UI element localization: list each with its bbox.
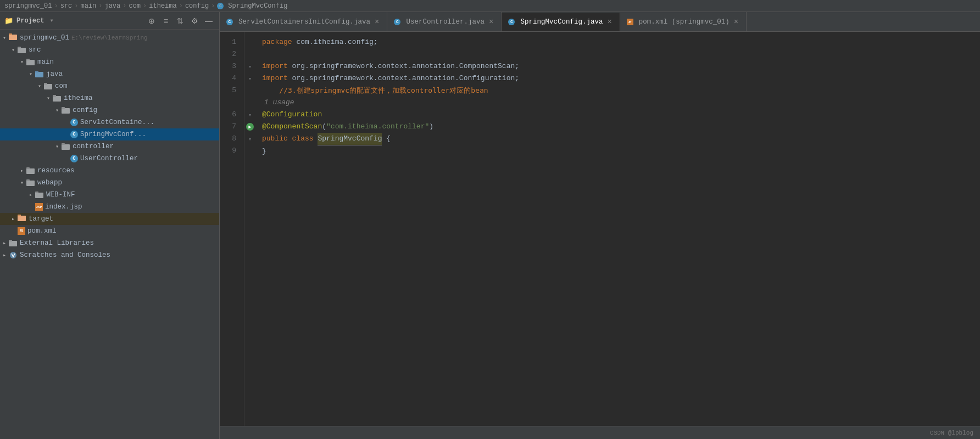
line-number: 1 xyxy=(220,36,240,48)
expand-arrow[interactable] xyxy=(18,59,26,65)
fold-marker[interactable]: ▾ xyxy=(244,109,255,121)
tab-springmvcconfig[interactable]: C SpringMvcConfig.java × xyxy=(502,13,620,32)
svg-rect-13 xyxy=(62,108,70,114)
svg-rect-21 xyxy=(35,193,43,198)
expand-arrow[interactable] xyxy=(0,240,9,246)
tab-close-button[interactable]: × xyxy=(374,18,380,26)
semicolon: ; xyxy=(374,36,378,48)
sidebar: 📁 Project ▾ ⊕ ≡ ⇅ ⚙ — xyxy=(0,12,220,439)
expand-arrow[interactable] xyxy=(26,71,35,77)
tree-item-pomxml[interactable]: m pom.xml xyxy=(0,225,219,237)
tree-item-springmvc01[interactable]: springmvc_01 E:\review\learnSpring xyxy=(0,32,219,44)
tab-pomxml[interactable]: m pom.xml (springmvc_01) × xyxy=(620,12,747,31)
locate-file-button[interactable]: ⊕ xyxy=(146,15,158,27)
breadcrumb-item[interactable]: config xyxy=(185,2,209,10)
item-label: java xyxy=(46,70,63,78)
folder-icon xyxy=(62,143,70,150)
expand-arrow[interactable] xyxy=(9,216,18,222)
breadcrumb-item[interactable]: itheima xyxy=(149,2,176,10)
java-class-icon: C xyxy=(217,3,224,9)
annotation: @ComponentScan xyxy=(262,121,322,133)
expand-arrow[interactable] xyxy=(0,252,9,258)
tab-close-button[interactable]: × xyxy=(733,18,739,26)
tree-item-springmvcconfig[interactable]: C SpringMvcConf... xyxy=(0,128,219,140)
item-label: itheima xyxy=(64,94,93,102)
import-path: org.springframework.context.annotation. xyxy=(292,60,459,72)
breadcrumb-item[interactable]: main xyxy=(80,2,96,10)
tree-item-target[interactable]: target xyxy=(0,213,219,225)
line-number: 7 xyxy=(220,121,240,133)
editor-area: C ServletContainersInitConfig.java × C U… xyxy=(220,12,980,439)
item-label: External Libraries xyxy=(20,239,94,247)
tree-item-external-libs[interactable]: External Libraries xyxy=(0,237,219,249)
svg-rect-26 xyxy=(9,240,12,241)
keyword: import xyxy=(262,60,292,72)
item-label: main xyxy=(37,58,54,66)
close-sidebar-button[interactable]: — xyxy=(203,15,215,27)
tree-item-webinf[interactable]: WEB-INF xyxy=(0,189,219,201)
tab-close-button[interactable]: × xyxy=(606,18,612,26)
tree-item-controller[interactable]: controller xyxy=(0,140,219,153)
expand-arrow[interactable] xyxy=(18,179,26,186)
expand-arrow[interactable] xyxy=(44,95,53,102)
folder-icon xyxy=(35,191,44,199)
breadcrumb-item[interactable]: SpringMvcConfig xyxy=(228,2,287,10)
tree-item-java[interactable]: java xyxy=(0,68,219,80)
folder-icon xyxy=(53,94,62,102)
fold-marker[interactable]: ▾ xyxy=(244,133,255,145)
tree-item-scratches[interactable]: Scratches and Consoles xyxy=(0,249,219,261)
expand-arrow[interactable] xyxy=(35,83,44,89)
tree-item-main[interactable]: main xyxy=(0,56,219,68)
tree-item-config[interactable]: config xyxy=(0,104,219,116)
breadcrumb-item[interactable]: java xyxy=(104,2,120,10)
line-number: 3 xyxy=(220,60,240,72)
tab-java-icon: C xyxy=(226,19,233,25)
expand-arrow[interactable] xyxy=(9,47,18,53)
tab-usercontroller[interactable]: C UserController.java × xyxy=(387,12,502,31)
tree-item-src[interactable]: src xyxy=(0,44,219,56)
breadcrumb-item[interactable]: src xyxy=(60,2,73,10)
breadcrumb-item[interactable]: com xyxy=(129,2,141,10)
tab-label: SpringMvcConfig.java xyxy=(520,18,603,26)
keyword: import xyxy=(262,72,292,85)
tree-item-itheima[interactable]: itheima xyxy=(0,92,219,104)
code-content-area[interactable]: package com.itheima.config; import org.s… xyxy=(255,32,980,426)
line-number: 9 xyxy=(220,145,240,157)
tree-item-servletconfig[interactable]: C ServletContaine... xyxy=(0,116,219,128)
semicolon: ; xyxy=(515,72,519,85)
expand-arrow[interactable] xyxy=(0,35,9,41)
svg-rect-3 xyxy=(18,48,26,53)
java-class-icon: C xyxy=(70,131,78,138)
svg-rect-11 xyxy=(53,96,61,102)
expand-arrow[interactable] xyxy=(53,143,62,150)
fold-gutter: ▾ ▾ ▾ ▶ ▾ xyxy=(244,32,255,426)
tree-item-indexjsp[interactable]: JSP index.jsp xyxy=(0,201,219,213)
inline-action-icon[interactable]: ▶ xyxy=(246,123,254,131)
folder-icon xyxy=(26,179,35,187)
svg-rect-4 xyxy=(18,47,21,48)
tree-item-usercontroller[interactable]: C UserController xyxy=(0,153,219,165)
folder-icon xyxy=(26,58,35,66)
item-label: ServletContaine... xyxy=(80,119,154,126)
sort-button[interactable]: ⇅ xyxy=(174,15,186,27)
expand-arrow[interactable] xyxy=(53,107,62,114)
tab-close-button[interactable]: × xyxy=(488,18,494,26)
tree-item-webapp[interactable]: webapp xyxy=(0,177,219,189)
tree-item-com[interactable]: com xyxy=(0,80,219,92)
svg-rect-20 xyxy=(26,179,30,181)
folder-icon xyxy=(9,239,18,247)
jsp-file-icon: JSP xyxy=(35,203,43,211)
breadcrumb-item[interactable]: springmvc_01 xyxy=(4,2,52,10)
line-number: 6 xyxy=(220,109,240,121)
collapse-all-button[interactable]: ≡ xyxy=(160,15,172,27)
tab-servletconfig[interactable]: C ServletContainersInitConfig.java × xyxy=(220,12,387,31)
svg-rect-22 xyxy=(35,192,38,193)
svg-rect-8 xyxy=(35,71,38,72)
item-label: webapp xyxy=(37,179,62,187)
fold-marker[interactable]: ▾ xyxy=(244,60,255,72)
expand-arrow[interactable] xyxy=(26,192,35,198)
tree-item-resources[interactable]: resources xyxy=(0,165,219,177)
fold-marker[interactable]: ▾ xyxy=(244,72,255,85)
settings-button[interactable]: ⚙ xyxy=(188,15,201,27)
expand-arrow[interactable] xyxy=(18,167,26,174)
